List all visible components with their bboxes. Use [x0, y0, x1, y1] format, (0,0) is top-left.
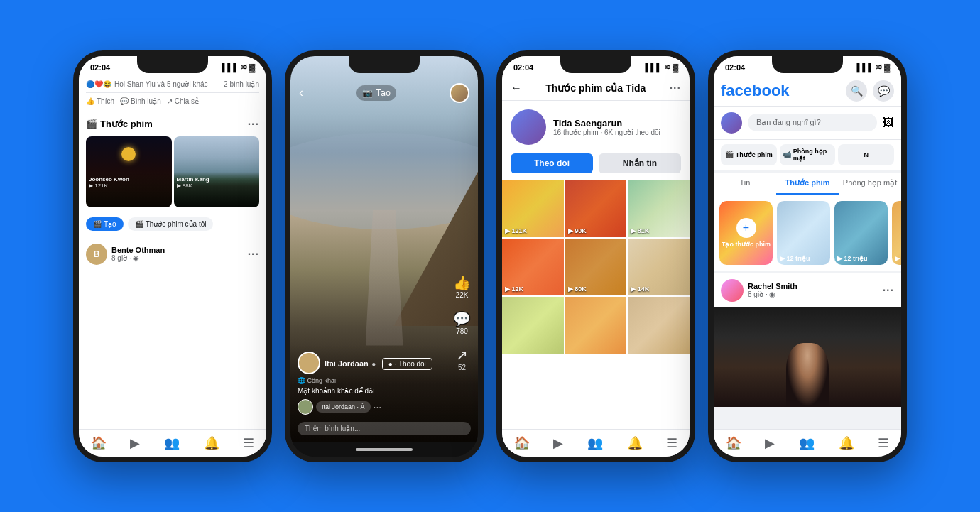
- road-scene: Martin Kang ▶ 88K: [174, 136, 260, 207]
- follow-btn-video[interactable]: ● · Theo dõi: [382, 358, 432, 370]
- nav-people-3[interactable]: 👥: [587, 435, 603, 451]
- my-reels-tab[interactable]: 🎬 Thước phim của tôi: [128, 217, 214, 231]
- reel-views-4-1: ▶ 12 triệu: [780, 255, 810, 262]
- phone-notch-2: [349, 56, 420, 73]
- nav-bar-4: 🏠 ▶ 👥 🔔 ☰: [714, 429, 901, 457]
- creator-header: ← Thước phim của Tida ···: [502, 76, 690, 101]
- commenter-more[interactable]: ···: [374, 401, 382, 413]
- follow-button[interactable]: Theo dõi: [511, 153, 593, 173]
- reel-card-4-3[interactable]: ▶ 12...: [892, 201, 901, 265]
- creator-profile-row: Tida Saengarun 16 thước phim · 6K người …: [502, 101, 690, 153]
- reaction-text: Hoi Shan Yiu và 5 người khác: [114, 80, 208, 88]
- comment-icon-video: 💬: [453, 310, 471, 327]
- post-card-more[interactable]: ···: [883, 284, 894, 297]
- video-container: ‹ 📷 Tạo 👍 22K 💬 780 ↗ 5: [290, 56, 478, 442]
- nav-people-4[interactable]: 👥: [799, 435, 815, 451]
- photo-icon-4[interactable]: 🖼: [883, 116, 894, 129]
- like-count: 22K: [453, 291, 471, 299]
- reels-grid: Joonseo Kwon ▶ 121K Martin Kang ▶ 88K: [79, 136, 266, 213]
- story-input: Bạn đang nghĩ gì? 🖼: [714, 107, 901, 140]
- nav-play-4[interactable]: ▶: [765, 435, 775, 451]
- nav-bell-4[interactable]: 🔔: [839, 435, 854, 451]
- video-thumb-6[interactable]: ▶ 14K: [628, 239, 690, 295]
- comment-btn[interactable]: 💬 Bình luận: [120, 97, 161, 105]
- back-btn[interactable]: ‹: [299, 85, 303, 100]
- video-thumb-1[interactable]: ▶ 121K: [502, 180, 564, 237]
- nav-people-1[interactable]: 👥: [164, 435, 180, 451]
- lantern-glow: [121, 147, 136, 161]
- create-tab[interactable]: 🎬 Tạo: [86, 217, 124, 231]
- battery-icon-1: ▓: [249, 63, 255, 72]
- reel-views-4-2: ▶ 12 triệu: [837, 255, 868, 262]
- create-reel-card[interactable]: + Tạo thước phim: [719, 201, 773, 265]
- reel-item-2[interactable]: Martin Kang ▶ 88K: [174, 136, 260, 207]
- reel-card-4-2[interactable]: ▶ 12 triệu: [834, 201, 888, 265]
- video-privacy: 🌐 Công khai: [298, 377, 471, 384]
- reel-item-1[interactable]: Joonseo Kwon ▶ 121K: [86, 136, 172, 207]
- qa-n-btn[interactable]: N: [838, 144, 894, 165]
- nav-bell-1[interactable]: 🔔: [204, 435, 219, 451]
- comment-control[interactable]: 💬 780: [453, 310, 471, 335]
- video-thumb-8[interactable]: [565, 297, 627, 354]
- create-bg: + Tạo thước phim: [719, 201, 773, 265]
- nav-home-1[interactable]: 🏠: [91, 435, 107, 451]
- nav-menu-1[interactable]: ☰: [243, 435, 254, 451]
- camera-create-btn[interactable]: 📷 Tạo: [356, 85, 396, 101]
- search-btn-4[interactable]: 🔍: [846, 80, 867, 102]
- signal-icon-1: ▌▌▌: [222, 63, 239, 72]
- author-time: 8 giờ · ◉: [111, 254, 244, 262]
- video-author-avatar[interactable]: [298, 352, 320, 374]
- comment-input-row[interactable]: Thêm bình luận...: [298, 422, 471, 435]
- fb4-icons: 🔍 💬: [846, 80, 894, 102]
- author-name: Bente Othman: [111, 246, 244, 254]
- reel-card-4-1[interactable]: ▶ 12 triệu: [777, 201, 830, 265]
- video-thumb-4[interactable]: ▶ 12K: [502, 239, 564, 295]
- creator-avatar: [511, 109, 546, 145]
- status-icons-4: ▌▌▌ ≋ ▓: [857, 62, 890, 72]
- video-thumb-3[interactable]: ▶ 81K: [628, 180, 690, 237]
- phone3-content: ← Thước phim của Tida ··· Tida Saengarun…: [502, 76, 690, 429]
- profile-avatar-video[interactable]: [450, 83, 469, 103]
- creator-more[interactable]: ···: [670, 82, 681, 94]
- story-text-input[interactable]: Bạn đang nghĩ gì?: [748, 114, 877, 131]
- nav-menu-3[interactable]: ☰: [666, 435, 677, 451]
- post-card-4: Rachel Smith 8 giờ · ◉ ···: [714, 273, 901, 407]
- share-btn[interactable]: ↗ Chia sẻ: [167, 97, 199, 105]
- nav-menu-4[interactable]: ☰: [878, 435, 889, 451]
- post-avatar: B: [86, 244, 107, 265]
- status-time-4: 02:04: [725, 63, 745, 72]
- phone-notch-3: [560, 56, 631, 73]
- road-perspective: [366, 210, 403, 345]
- post-more[interactable]: ···: [248, 248, 259, 261]
- nav-play-1[interactable]: ▶: [130, 435, 140, 451]
- tab-rooms[interactable]: Phòng họp mặt: [839, 173, 901, 195]
- like-control[interactable]: 👍 22K: [453, 274, 471, 299]
- nav-play-3[interactable]: ▶: [553, 435, 563, 451]
- nav-bell-3[interactable]: 🔔: [627, 435, 643, 451]
- lantern-scene: Joonseo Kwon ▶ 121K: [86, 136, 172, 207]
- author-info: Bente Othman 8 giờ · ◉: [111, 246, 244, 262]
- home-indicator-2: [290, 442, 478, 457]
- creator-back-btn[interactable]: ←: [511, 82, 522, 94]
- tab-reels[interactable]: Thước phim: [776, 173, 839, 195]
- video-thumb-7[interactable]: [502, 297, 564, 354]
- nav-home-3[interactable]: 🏠: [514, 435, 530, 451]
- reels-more[interactable]: ···: [248, 118, 259, 131]
- qa-reels-btn[interactable]: 🎬 Thước phim: [721, 144, 777, 165]
- video-thumb-5[interactable]: ▶ 80K: [565, 239, 627, 295]
- video-thumb-2[interactable]: ▶ 90K: [565, 180, 627, 237]
- qa-rooms-btn[interactable]: 📹 Phòng họp mặt: [780, 144, 836, 165]
- message-button[interactable]: Nhắn tin: [599, 153, 681, 173]
- thumb-bg-7: [502, 297, 564, 354]
- phone4-content: facebook 🔍 💬 Bạn đang nghĩ gì? 🖼 🎬 Thước…: [714, 76, 901, 429]
- messenger-btn-4[interactable]: 💬: [873, 80, 894, 102]
- wifi-3: ≋: [664, 62, 670, 72]
- status-time-1: 02:04: [90, 63, 110, 72]
- nav-home-4[interactable]: 🏠: [726, 435, 741, 451]
- video-thumb-9[interactable]: [628, 297, 690, 354]
- like-btn[interactable]: 👍 Thích: [86, 97, 114, 105]
- phone1-content: 🔵❤️😂 Hoi Shan Yiu và 5 người khác 2 bình…: [79, 76, 266, 429]
- create-icon: 🎬: [93, 220, 102, 228]
- fb4-header: facebook 🔍 💬: [714, 76, 901, 107]
- tab-feed[interactable]: Tin: [714, 173, 776, 195]
